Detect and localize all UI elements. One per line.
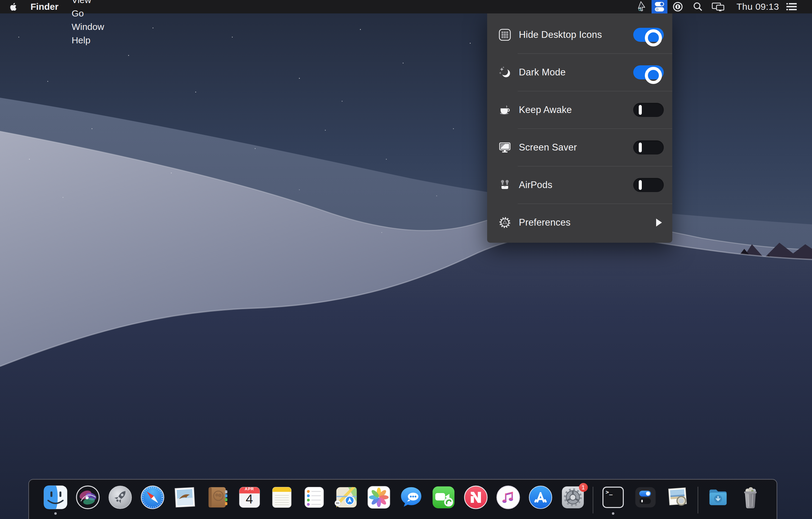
dock-siri[interactable] xyxy=(75,485,100,510)
dock-safari[interactable] xyxy=(140,485,165,510)
maps-3d-glyph: 3D xyxy=(335,500,341,506)
menu-bar: Finder FileEditViewGoWindowHelp xyxy=(0,0,812,13)
menu-go[interactable]: Go xyxy=(65,7,111,20)
panel-item-label: Keep Awake xyxy=(519,104,572,115)
one-switch-menubar-item[interactable] xyxy=(651,0,667,13)
toggle-hide-desktop-icons[interactable] xyxy=(633,28,664,42)
one-switch-panel: Hide Desktop IconsDark ModeKeep AwakeScr… xyxy=(487,13,672,243)
menu-view[interactable]: View xyxy=(65,0,111,7)
dock-maps[interactable]: 3D xyxy=(334,485,359,510)
dock-photos[interactable] xyxy=(366,485,392,510)
dock-launchpad[interactable] xyxy=(108,485,133,510)
one-switch-icon xyxy=(651,0,667,13)
panel-item-screen-saver[interactable]: Screen Saver xyxy=(487,129,672,166)
spotlight-search-icon[interactable] xyxy=(692,0,704,13)
dock-messages[interactable] xyxy=(399,485,424,510)
dock-finder[interactable] xyxy=(43,485,68,510)
airpods-icon xyxy=(497,178,512,192)
dock-calendar[interactable]: APR4 xyxy=(237,485,262,510)
panel-item-label: Dark Mode xyxy=(519,67,566,78)
panel-item-keep-awake[interactable]: Keep Awake xyxy=(487,91,672,129)
toggle-keep-awake[interactable] xyxy=(633,103,664,117)
notification-badge: 1 xyxy=(579,483,588,492)
panel-item-hide-desktop-icons[interactable]: Hide Desktop Icons xyxy=(487,16,672,53)
desktop-grid-icon xyxy=(497,28,512,42)
dock-news[interactable] xyxy=(463,485,488,510)
wallpaper-art xyxy=(0,0,812,519)
active-app-name[interactable]: Finder xyxy=(24,2,65,12)
desktop: Finder FileEditViewGoWindowHelp xyxy=(0,0,812,519)
dock-mail[interactable] xyxy=(172,485,197,510)
submenu-arrow-icon xyxy=(656,219,662,226)
panel-item-dark-mode[interactable]: Dark Mode xyxy=(487,54,672,91)
dock-preview[interactable] xyxy=(665,485,690,510)
dock-contacts[interactable] xyxy=(205,485,230,510)
apple-logo-icon xyxy=(9,2,17,11)
menu-window[interactable]: Window xyxy=(65,20,111,34)
display-icon xyxy=(497,141,512,154)
wallpaper-mojave-night xyxy=(0,0,812,519)
calendar-month: APR xyxy=(237,487,262,491)
coffee-icon xyxy=(497,103,512,117)
menu-items: FileEditViewGoWindowHelp xyxy=(65,0,111,47)
dock-divider xyxy=(593,487,593,514)
panel-item-label: Screen Saver xyxy=(519,142,577,153)
cursor-tool-icon[interactable] xyxy=(636,0,648,13)
running-indicator xyxy=(54,512,57,515)
dock-itunes[interactable] xyxy=(496,485,521,510)
dock-system-preferences[interactable]: 1 xyxy=(560,485,585,510)
toggle-dark-mode[interactable] xyxy=(633,65,664,79)
menu-bar-clock[interactable]: Thu 09:13 xyxy=(728,2,785,12)
toggle-screen-saver[interactable] xyxy=(633,140,664,155)
dock-terminal[interactable]: >_ xyxy=(601,485,626,510)
panel-item-preferences[interactable]: Preferences xyxy=(487,204,672,241)
panel-item-label: Hide Desktop Icons xyxy=(519,29,602,40)
gear-icon xyxy=(497,216,512,229)
terminal-prompt-glyph: >_ xyxy=(606,489,613,495)
dock-one-switch[interactable] xyxy=(633,485,658,510)
dock: APR43D1>_ xyxy=(28,479,777,519)
dock-divider xyxy=(698,487,698,514)
apple-menu[interactable] xyxy=(0,0,24,13)
dock-reminders[interactable] xyxy=(302,485,327,510)
dock-trash[interactable] xyxy=(738,485,763,510)
moon-icon xyxy=(497,66,512,79)
preferences-label: Preferences xyxy=(519,217,571,228)
dock-facetime[interactable] xyxy=(431,485,456,510)
running-indicator xyxy=(612,512,614,515)
dock-notes[interactable] xyxy=(269,485,294,510)
list-menu-icon[interactable] xyxy=(785,0,799,13)
menu-help[interactable]: Help xyxy=(65,34,111,47)
screen-mirroring-icon[interactable] xyxy=(711,0,726,13)
panel-item-airpods[interactable]: AirPods xyxy=(487,166,672,203)
panel-item-label: AirPods xyxy=(519,180,552,191)
1password-icon[interactable] xyxy=(672,0,684,13)
calendar-day: 4 xyxy=(237,492,262,507)
menu-bar-status-area: Thu 09:13 xyxy=(636,0,812,13)
dock-app-store[interactable] xyxy=(528,485,553,510)
dock-downloads[interactable] xyxy=(705,485,730,510)
toggle-airpods[interactable] xyxy=(633,178,664,192)
